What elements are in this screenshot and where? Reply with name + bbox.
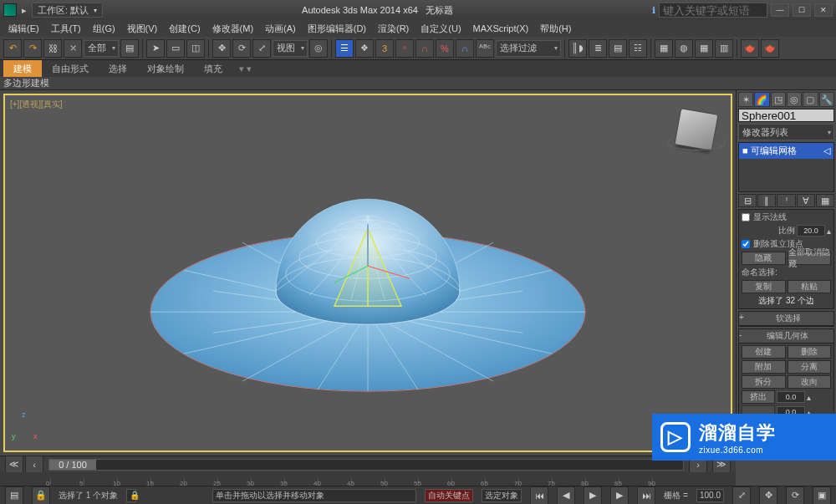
ptab-motion[interactable]: ◎: [787, 92, 802, 107]
object-name-field[interactable]: [738, 109, 834, 122]
menu-animation[interactable]: 动画(A): [260, 21, 301, 37]
menu-help[interactable]: 帮助(H): [535, 21, 576, 37]
selection-scope-dropdown[interactable]: 全部: [84, 40, 119, 57]
menu-modifiers[interactable]: 修改器(M): [207, 21, 259, 37]
play-next-button[interactable]: ▶: [610, 486, 629, 505]
remove-mod-button[interactable]: ∀: [797, 194, 815, 207]
align-button[interactable]: ≣: [589, 39, 607, 58]
unlink-button[interactable]: ⤫: [64, 39, 82, 58]
search-input[interactable]: [659, 3, 767, 18]
btn-split[interactable]: 拆分: [742, 375, 786, 389]
modifier-stack[interactable]: ■ 可编辑网格◁: [738, 142, 834, 192]
ptab-utilities[interactable]: 🔧: [819, 92, 834, 107]
material-editor-button[interactable]: ◍: [675, 39, 693, 58]
make-unique-button[interactable]: ᴵ: [777, 194, 795, 207]
menu-group[interactable]: 组(G): [88, 21, 120, 37]
spinner-ratio[interactable]: [797, 225, 825, 237]
dropdown-arrow-icon[interactable]: ▸: [22, 5, 27, 16]
btn-extrude[interactable]: 挤出: [742, 390, 775, 404]
render-button[interactable]: 🫖: [741, 39, 759, 58]
selectbyname-button[interactable]: ☰: [335, 39, 354, 58]
keyfilter-dropdown[interactable]: 选定对象: [482, 489, 522, 502]
tab-objectpaint[interactable]: 对象绘制: [137, 60, 194, 77]
viewport-perspective[interactable]: [+][透视][真实]: [3, 94, 732, 452]
modifier-expand-icon[interactable]: ◁: [823, 145, 830, 156]
magnet-red2-icon[interactable]: %: [436, 39, 454, 58]
magnet-red-icon[interactable]: ∩: [415, 39, 434, 58]
render-framewindow-button[interactable]: ▥: [715, 39, 733, 58]
percent-snap-toggle[interactable]: ⁿ: [395, 39, 414, 58]
btn-unhide-all[interactable]: 全部取消隐藏: [788, 252, 832, 265]
redo-button[interactable]: ↷: [23, 39, 42, 58]
tab-selection[interactable]: 选择: [99, 60, 137, 77]
workspace-dropdown[interactable]: 工作区: 默认 ▾: [32, 3, 103, 18]
menu-create[interactable]: 创建(C): [164, 21, 205, 37]
btn-create[interactable]: 创建: [742, 345, 786, 359]
ptab-modify[interactable]: 🌈: [754, 92, 769, 107]
play-end-button[interactable]: ⏭: [637, 486, 655, 505]
scale-button[interactable]: ⤢: [252, 39, 271, 58]
render-setup-button[interactable]: ▦: [695, 39, 713, 58]
undo-button[interactable]: ↶: [3, 39, 22, 58]
pan-button[interactable]: ✥: [759, 486, 777, 505]
select-window-button[interactable]: ◫: [186, 39, 205, 58]
refsystem-dropdown[interactable]: 视图: [273, 40, 308, 57]
center-button[interactable]: ◎: [309, 39, 328, 58]
time-handle[interactable]: 0 / 100: [49, 460, 96, 470]
orbit-button[interactable]: ⟳: [786, 486, 804, 505]
spinner-up-icon[interactable]: ▴: [827, 227, 831, 236]
magnet-blue-icon[interactable]: ∩: [456, 39, 474, 58]
ptab-create[interactable]: ✶: [738, 92, 753, 107]
pointer-button[interactable]: ➤: [146, 39, 165, 58]
show-end-button[interactable]: ∥: [757, 194, 776, 207]
abc-button[interactable]: ᴬᴮᶜ: [476, 39, 494, 58]
btn-redirect[interactable]: 改向: [788, 375, 832, 389]
quick-render-button[interactable]: 🫖: [761, 39, 779, 58]
btn-delete[interactable]: 删除: [788, 345, 832, 359]
close-button[interactable]: ✕: [814, 3, 833, 17]
rotate-button[interactable]: ⟳: [232, 39, 251, 58]
spinner-extrude[interactable]: [777, 391, 805, 403]
menu-edit[interactable]: 编辑(E): [3, 21, 44, 37]
maximize-button[interactable]: ☐: [793, 3, 811, 17]
ribbon-expand-icon[interactable]: ▾ ▾: [239, 64, 252, 74]
chk-delete-iso[interactable]: [742, 240, 750, 248]
viewcube-ring[interactable]: [667, 135, 726, 150]
minimize-button[interactable]: —: [771, 3, 789, 17]
rollout-softsel[interactable]: +软选择: [738, 311, 834, 327]
prev-frame-button[interactable]: ‹: [25, 456, 43, 474]
btn-detach[interactable]: 分离: [788, 360, 832, 374]
configure-mod-button[interactable]: ▦: [816, 194, 834, 207]
selection-filter-dropdown[interactable]: 选择过滤: [496, 40, 561, 57]
menu-maxscript[interactable]: MAXScript(X): [468, 22, 534, 35]
angle-snap-toggle[interactable]: 3: [375, 39, 394, 58]
lock-icon[interactable]: 🔒: [126, 489, 136, 502]
curve-editor-button[interactable]: ☷: [629, 39, 647, 58]
menu-customize[interactable]: 自定义(U): [415, 21, 466, 37]
ptab-hierarchy[interactable]: ◳: [771, 92, 786, 107]
btn-paste[interactable]: 粘贴: [788, 280, 832, 293]
maxscript-listener-button[interactable]: ▤: [5, 486, 23, 505]
time-track[interactable]: 0 / 100: [48, 459, 684, 471]
play-prev-button[interactable]: ◀: [557, 486, 575, 505]
btn-copy[interactable]: 复制: [742, 280, 786, 293]
tab-freeform[interactable]: 自由形式: [42, 60, 99, 77]
goto-start-button[interactable]: ≪: [5, 456, 23, 474]
max-viewport-button[interactable]: ▣: [813, 486, 831, 505]
ptab-display[interactable]: ▢: [803, 92, 818, 107]
menu-render[interactable]: 渲染(R): [373, 21, 414, 37]
chk-show-normals[interactable]: [742, 213, 750, 221]
select-button[interactable]: ▤: [120, 39, 139, 58]
menu-view[interactable]: 视图(V): [122, 21, 163, 37]
spin-ext-up[interactable]: ▴: [807, 393, 811, 402]
viewport-label[interactable]: [+][透视][真实]: [10, 99, 63, 110]
zoom-ext-button[interactable]: ⤢: [732, 486, 751, 505]
tab-modeling[interactable]: 建模: [3, 60, 42, 77]
link-button[interactable]: ⛓: [43, 39, 62, 58]
snap-toggle[interactable]: ❖: [355, 39, 374, 58]
mirror-button[interactable]: ║◗: [568, 39, 587, 58]
schematic-button[interactable]: ▦: [655, 39, 673, 58]
lock-selection-button[interactable]: 🔒: [32, 486, 50, 505]
select-region-button[interactable]: ▭: [166, 39, 185, 58]
move-button[interactable]: ✥: [212, 39, 231, 58]
